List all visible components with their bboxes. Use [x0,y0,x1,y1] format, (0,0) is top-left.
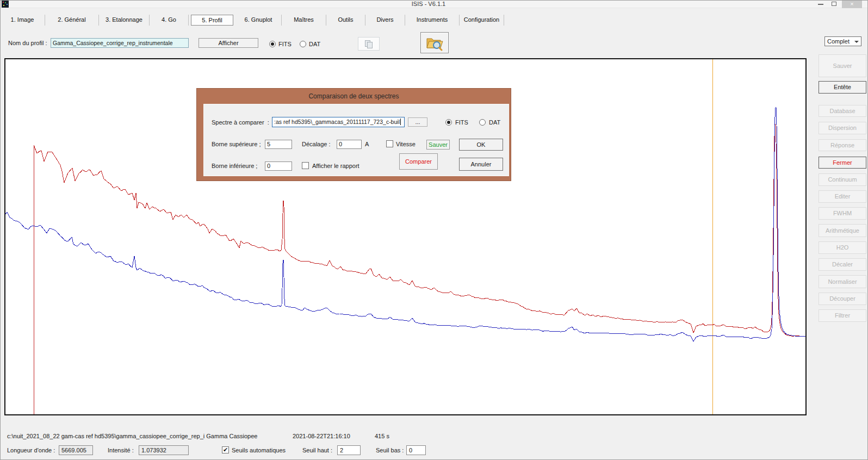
tab-divers[interactable]: Divers [365,15,405,26]
maximize-icon[interactable] [832,2,836,6]
profile-name-input[interactable]: Gamma_Cassiopee_corrige_rep_instrumental… [51,38,189,48]
dialog-dat-radio[interactable] [479,119,486,126]
copy-button[interactable] [358,37,380,51]
compare-button[interactable]: Comparer [399,153,438,170]
tab-configuration[interactable]: Configuration [460,15,504,26]
auto-thresholds-label: Seuils automatiques [232,447,286,453]
folder-search-icon [425,35,444,51]
dat-radio[interactable] [300,41,306,47]
sidebar-button-r-ponse: Réponse [819,139,866,151]
window-title: ISIS - V6.1.1 [0,1,863,7]
sidebar-button-dispersion: Dispersion [819,122,866,134]
chevron-down-icon [854,41,859,43]
dialog-fits-radio[interactable] [445,119,452,126]
tab-2-g-n-ral[interactable]: 2. Général [45,15,99,26]
cancel-button[interactable]: Annuler [459,158,503,171]
tab-3-etalonnage[interactable]: 3. Etalonnage [99,15,150,26]
close-icon[interactable]: × [842,0,862,8]
dialog-save-button[interactable]: Sauver [426,140,450,150]
report-label: Afficher le rapport [312,163,359,169]
shift-unit-label: A [365,141,369,147]
sidebar-button-fermer[interactable]: Fermer [819,157,866,169]
view-mode-select[interactable]: Complet [824,36,861,46]
view-mode-value: Complet [827,38,850,45]
sidebar-button-normaliser: Normaliser [819,275,866,288]
lower-bound-input[interactable]: 0 [265,161,292,171]
status-datetime: 2021-08-22T21:16:10 [293,433,350,439]
intensity-value: 1.073932 [139,445,189,455]
sidebar-button-d-couper: Découper [819,293,866,305]
wavelength-label: Longueur d'onde : [7,447,55,453]
low-threshold-input[interactable]: 0 [406,445,426,455]
profile-name-label: Nom du profil : [8,40,47,46]
dialog-title: Comparaison de deux spectres [197,89,511,104]
status-path: c:\nuit_2021_08_22 gam-cas ref hd5395\ga… [7,433,257,439]
tab-4-go[interactable]: 4. Go [150,15,189,26]
ok-button[interactable]: OK [459,139,503,151]
shift-input[interactable]: 0 [337,140,362,149]
dialog-panel: Spectre à comparer : :as ref hd5395\_gam… [203,104,509,176]
dialog-fits-label: FITS [455,119,468,126]
low-threshold-label: Seuil bas : [376,447,404,453]
comparison-dialog: Comparaison de deux spectres Spectre à c… [196,88,511,181]
shift-label: Décalage : [302,141,331,147]
tab-outils[interactable]: Outils [326,15,365,26]
fits-radio[interactable] [269,41,276,47]
upper-bound-input[interactable]: 5 [265,140,292,149]
lower-bound-label: Borne inférieure ; [212,163,257,169]
sidebar-button-editer: Editer [819,190,866,203]
tab-1-image[interactable]: 1. Image [0,15,45,26]
dat-radio-label: DAT [309,41,320,47]
minimize-icon[interactable] [818,4,823,5]
show-button[interactable]: Afficher [199,38,258,48]
high-threshold-label: Seuil haut : [302,447,332,453]
sidebar-button-h2o: H2O [819,241,866,254]
sidebar-button-ent-te[interactable]: Entête [819,81,866,94]
browse-button[interactable]: ... [408,117,427,127]
spectrum-compare-label: Spectre à comparer : [212,119,269,126]
tab-5-profil[interactable]: 5. Profil [191,15,233,26]
sidebar-button-sauver: Sauver [819,54,866,77]
sidebar-button-continuum: Continuum [819,173,866,186]
title-bar: ISIS - V6.1.1 × [0,0,868,8]
tab-6-gnuplot[interactable]: 6. Gnuplot [235,15,282,26]
dialog-dat-label: DAT [489,119,500,126]
high-threshold-input[interactable]: 2 [337,445,361,455]
tab-instruments[interactable]: Instruments [405,15,460,26]
sidebar-button-fwhm: FWHM [819,207,866,220]
open-file-button[interactable] [420,32,449,53]
upper-bound-label: Borne supérieure ; [212,141,261,147]
sidebar-button-arithm-tique: Arithmétique [819,224,866,237]
report-checkbox[interactable] [302,162,309,169]
speed-label: Vitesse [396,141,416,147]
tab-ma-tres[interactable]: Maîtres [282,15,326,26]
fits-radio-label: FITS [278,41,292,47]
sidebar-button-d-caler: Décaler [819,258,866,271]
sidebar-button-filtrer: Filtrer [819,309,866,322]
speed-checkbox[interactable] [386,140,393,147]
sidebar-button-database: Database [819,105,866,117]
spectrum-compare-input[interactable]: :as ref hd5395\_gammacas_20111117_723_c-… [272,117,405,127]
auto-thresholds-checkbox[interactable]: ✔ [222,446,229,453]
intensity-label: Intensité : [108,447,134,453]
status-exposure: 415 s [375,433,389,439]
wavelength-value: 5669.005 [59,445,93,455]
